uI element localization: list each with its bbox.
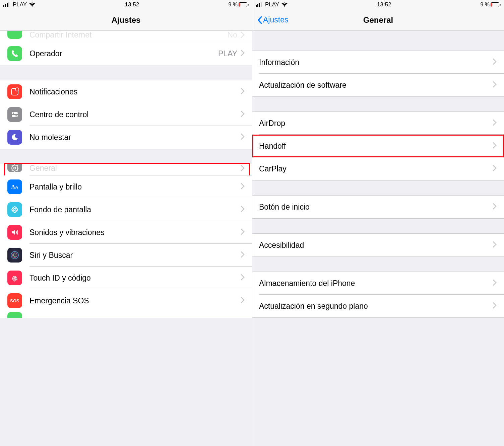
row-label: Compartir Internet <box>29 31 228 40</box>
row-label: General <box>29 164 241 173</box>
battery-indicator: 9 % <box>228 2 249 8</box>
phone-icon <box>7 46 22 61</box>
chevron-right-icon <box>241 297 245 305</box>
row-iphone-storage[interactable]: Almacenamiento del iPhone <box>252 272 504 295</box>
row-label: Handoff <box>259 142 493 151</box>
back-button[interactable]: Ajustes <box>257 15 288 24</box>
chevron-right-icon <box>493 81 497 89</box>
settings-list[interactable]: Compartir Internet No Operador PLAY Noti… <box>0 31 252 446</box>
chevron-right-icon <box>241 228 245 236</box>
row-label: No molestar <box>29 133 241 142</box>
row-carplay[interactable]: CarPlay <box>252 157 504 180</box>
row-do-not-disturb[interactable]: No molestar <box>0 126 252 149</box>
svg-rect-1 <box>5 4 6 7</box>
row-carrier[interactable]: Operador PLAY <box>0 42 252 65</box>
svg-rect-5 <box>239 3 240 6</box>
notifications-icon <box>7 84 22 99</box>
row-label: Actualización de software <box>259 81 493 90</box>
row-label: Centro de control <box>29 110 241 119</box>
row-label: Touch ID y código <box>29 274 241 283</box>
row-sounds[interactable]: Sonidos y vibraciones <box>0 221 252 244</box>
chevron-right-icon <box>493 119 497 127</box>
page-title: Ajustes <box>0 15 252 25</box>
chevron-right-icon <box>241 274 245 282</box>
svg-rect-31 <box>256 5 257 7</box>
svg-rect-0 <box>3 5 4 7</box>
chevron-right-icon <box>493 241 497 249</box>
svg-point-10 <box>13 113 14 114</box>
row-accessibility[interactable]: Accesibilidad <box>252 234 504 256</box>
row-about[interactable]: Información <box>252 51 504 74</box>
row-software-update[interactable]: Actualización de software <box>252 74 504 96</box>
status-bar: PLAY 13:52 9 % <box>252 0 504 9</box>
battery-text: 9 % <box>228 2 238 8</box>
svg-line-21 <box>12 170 12 171</box>
wifi-icon <box>281 2 288 7</box>
sos-icon: SOS <box>7 293 22 308</box>
nav-bar: Ajustes General <box>252 9 504 31</box>
siri-icon <box>7 248 22 263</box>
svg-line-22 <box>17 165 18 166</box>
chevron-right-icon <box>241 165 245 173</box>
signal-icon <box>3 2 11 7</box>
svg-point-14 <box>14 167 16 169</box>
chevron-right-icon <box>241 110 245 119</box>
row-display-brightness[interactable]: AA Pantalla y brillo <box>0 175 252 198</box>
chevron-right-icon <box>241 88 245 96</box>
row-detail: No <box>228 31 237 40</box>
battery-indicator: 9 % <box>480 2 501 8</box>
row-general[interactable]: General <box>0 164 252 175</box>
gear-icon <box>7 164 22 172</box>
row-touch-id[interactable]: Touch ID y código <box>0 267 252 289</box>
row-home-button[interactable]: Botón de inicio <box>252 196 504 218</box>
row-label: Siri y Buscar <box>29 251 241 260</box>
row-emergency-sos[interactable]: SOS Emergencia SOS <box>0 289 252 312</box>
row-personal-hotspot[interactable]: Compartir Internet No <box>0 31 252 42</box>
link-icon <box>7 31 22 39</box>
svg-rect-9 <box>12 112 18 114</box>
row-label: Notificaciones <box>29 87 241 96</box>
chevron-right-icon <box>241 206 245 214</box>
row-airdrop[interactable]: AirDrop <box>252 112 504 135</box>
clock: 13:52 <box>125 1 139 8</box>
svg-line-19 <box>12 165 12 166</box>
row-detail: PLAY <box>218 49 237 58</box>
row-label: CarPlay <box>259 164 493 173</box>
row-background-app-refresh[interactable]: Actualización en segundo plano <box>252 295 504 317</box>
svg-rect-32 <box>257 4 258 7</box>
wifi-icon <box>29 2 36 7</box>
general-screen: PLAY 13:52 9 % Ajustes General Informaci… <box>252 0 504 446</box>
row-siri[interactable]: Siri y Buscar <box>0 244 252 267</box>
svg-rect-34 <box>261 2 262 7</box>
row-control-center[interactable]: Centro de control <box>0 103 252 126</box>
row-partial[interactable] <box>0 312 252 318</box>
row-notifications[interactable]: Notificaciones <box>0 80 252 103</box>
row-label: Accesibilidad <box>259 241 493 250</box>
chevron-right-icon <box>241 31 245 40</box>
status-bar: PLAY 13:52 9 % <box>0 0 252 9</box>
svg-point-30 <box>13 254 16 256</box>
back-label: Ajustes <box>263 15 288 24</box>
row-label: Actualización en segundo plano <box>259 302 493 311</box>
svg-line-20 <box>17 170 18 171</box>
row-wallpaper[interactable]: Fondo de pantalla <box>0 198 252 221</box>
chevron-right-icon <box>241 133 245 141</box>
chevron-right-icon <box>241 183 245 191</box>
battery-icon <box>7 312 22 318</box>
svg-point-29 <box>12 253 17 257</box>
svg-rect-37 <box>500 4 501 6</box>
general-list[interactable]: Información Actualización de software Ai… <box>252 31 504 446</box>
chevron-right-icon <box>493 165 497 173</box>
sounds-icon <box>7 225 22 240</box>
chevron-right-icon <box>493 279 497 287</box>
svg-rect-3 <box>8 2 9 7</box>
row-label: Operador <box>29 49 218 58</box>
clock: 13:52 <box>377 1 391 8</box>
row-handoff[interactable]: Handoff <box>252 135 504 157</box>
chevron-right-icon <box>493 58 497 66</box>
row-label: Información <box>259 58 493 67</box>
row-label: Almacenamiento del iPhone <box>259 279 493 288</box>
svg-point-13 <box>12 165 18 171</box>
wallpaper-icon <box>7 202 22 217</box>
row-label: Sonidos y vibraciones <box>29 228 241 237</box>
